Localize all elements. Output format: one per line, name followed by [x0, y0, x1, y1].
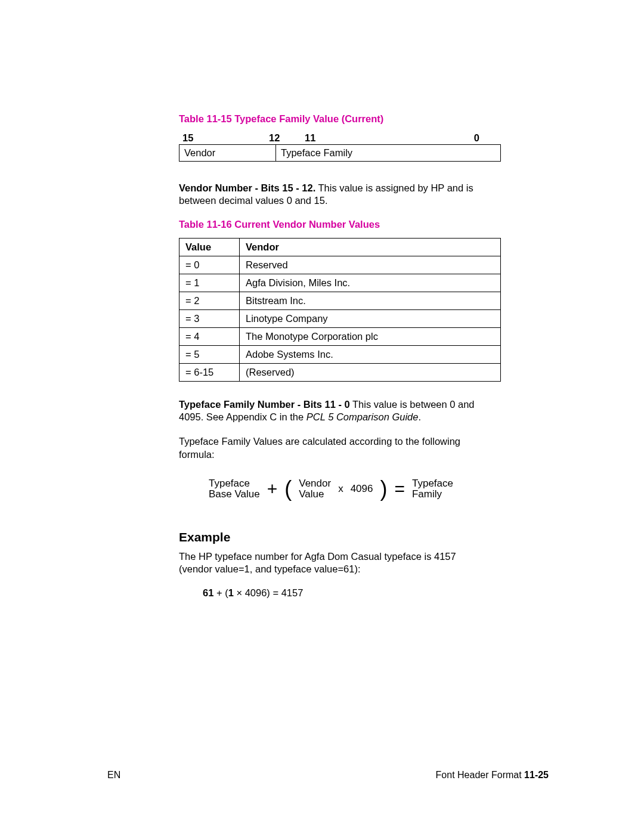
formula-factor: 4096: [351, 483, 373, 495]
text: Vendor: [299, 478, 331, 489]
table-row: = 0Reserved: [179, 256, 501, 274]
table-row: = 6-15(Reserved): [179, 364, 501, 382]
table-row: = 5Adobe Systems Inc.: [179, 346, 501, 364]
example-text: The HP typeface number for Agfa Dom Casu…: [179, 550, 483, 575]
table-16-caption: Table 11-16 Current Vendor Number Values: [179, 219, 483, 230]
cell: = 1: [179, 274, 240, 292]
table-row: = 3Linotype Company: [179, 310, 501, 328]
plus-sign: +: [267, 479, 278, 499]
text: Value: [299, 489, 324, 500]
calc-61: 61: [203, 587, 213, 598]
footer-right: Font Header Format 11-25: [436, 770, 549, 781]
footer-page: 11-25: [524, 770, 549, 780]
formula-vendor-value: Vendor Value: [299, 478, 331, 500]
vendor-number-bold: Vendor Number - Bits 15 - 12.: [179, 182, 315, 193]
formula-base-value: Typeface Base Value: [209, 478, 260, 500]
text: Family: [412, 489, 442, 500]
formula: Typeface Base Value + ( Vendor Value x 4…: [179, 476, 483, 501]
cell-typeface-family: Typeface Family: [276, 145, 501, 162]
cell: Bitstream Inc.: [240, 292, 501, 310]
bits-header-row: 15 12 11 0: [179, 132, 483, 144]
calc-mid1: + (: [213, 587, 228, 598]
cell: Reserved: [240, 256, 501, 274]
table-row: Vendor Typeface Family: [179, 145, 501, 162]
cell: Linotype Company: [240, 310, 501, 328]
bit-label-15: 15: [179, 132, 269, 144]
cell: = 2: [179, 292, 240, 310]
cell: Agfa Division, Miles Inc.: [240, 274, 501, 292]
calc-mid2: × 4096) = 4157: [234, 587, 304, 598]
page-footer: EN Font Header Format 11-25: [107, 770, 549, 781]
table-header-row: Value Vendor: [179, 239, 501, 256]
cell: (Reserved): [240, 364, 501, 382]
typeface-family-para: Typeface Family Number - Bits 11 - 0 Thi…: [179, 398, 483, 423]
cell: = 6-15: [179, 364, 240, 382]
header-vendor: Vendor: [240, 239, 501, 256]
typeface-family-after: .: [418, 411, 421, 422]
calc-1: 1: [228, 587, 234, 598]
cell-vendor: Vendor: [179, 145, 276, 162]
footer-section: Font Header Format: [436, 770, 525, 780]
page-content: Table 11-15 Typeface Family Value (Curre…: [0, 0, 644, 599]
bit-label-12: 12: [269, 132, 302, 144]
bit-label-0: 0: [462, 132, 483, 144]
pcl5-guide-ref: PCL 5 Comparison Guide: [306, 411, 419, 422]
cell: = 4: [179, 328, 240, 346]
equals-sign: =: [394, 479, 405, 499]
example-heading: Example: [179, 530, 483, 544]
formula-result: Typeface Family: [412, 478, 453, 500]
cell: Adobe Systems Inc.: [240, 346, 501, 364]
table-15: Vendor Typeface Family: [179, 144, 501, 162]
vendor-number-para: Vendor Number - Bits 15 - 12. This value…: [179, 182, 483, 207]
times-sign: x: [338, 483, 343, 495]
table-row: = 4The Monotype Corporation plc: [179, 328, 501, 346]
table-row: = 1Agfa Division, Miles Inc.: [179, 274, 501, 292]
header-value: Value: [179, 239, 240, 256]
table-row: = 2Bitstream Inc.: [179, 292, 501, 310]
lparen-icon: (: [284, 476, 292, 501]
cell: = 3: [179, 310, 240, 328]
cell: The Monotype Corporation plc: [240, 328, 501, 346]
formula-intro: Typeface Family Values are calculated ac…: [179, 435, 483, 460]
bit-label-11: 11: [302, 132, 462, 144]
text: Base Value: [209, 489, 260, 500]
rparen-icon: ): [380, 476, 387, 501]
cell: = 0: [179, 256, 240, 274]
table-15-caption: Table 11-15 Typeface Family Value (Curre…: [179, 113, 483, 125]
text: Typeface: [209, 478, 250, 489]
footer-left: EN: [107, 770, 120, 781]
table-16: Value Vendor = 0Reserved = 1Agfa Divisio…: [179, 238, 501, 382]
typeface-family-bold: Typeface Family Number - Bits 11 - 0: [179, 399, 350, 410]
text: Typeface: [412, 478, 453, 489]
cell: = 5: [179, 346, 240, 364]
example-calculation: 61 + (1 × 4096) = 4157: [203, 587, 483, 599]
